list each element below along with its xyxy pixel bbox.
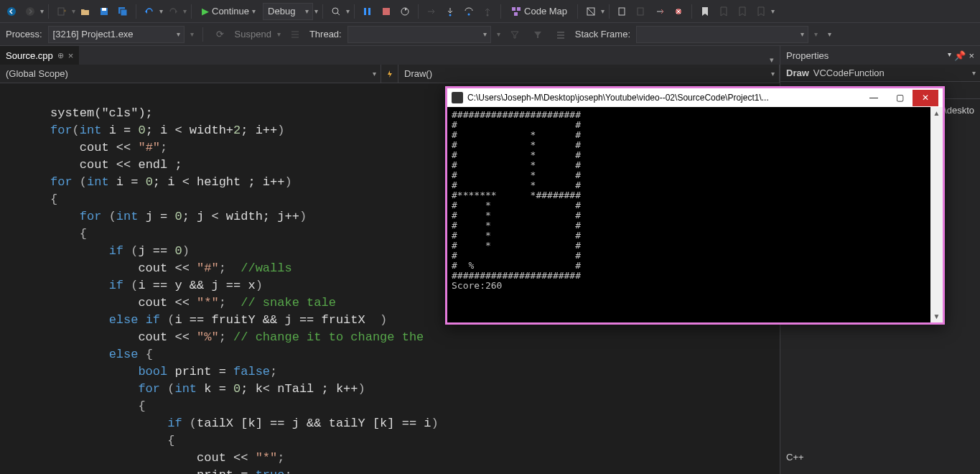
thread-label: Thread: [309, 29, 342, 40]
scroll-down-icon[interactable]: ▼ [930, 310, 943, 322]
find-button[interactable] [327, 3, 345, 20]
tool-button-b[interactable] [614, 3, 631, 20]
console-titlebar[interactable]: C:\Users\Joseph-M\Desktop\joseph\Youtube… [447, 88, 943, 107]
open-file-button[interactable] [77, 3, 94, 20]
tool-button-c[interactable] [633, 3, 650, 20]
svg-point-7 [332, 8, 338, 14]
play-icon: ▶ [202, 6, 209, 17]
svg-point-12 [449, 14, 452, 16]
scope-left-dropdown[interactable]: (Global Scope) [0, 65, 381, 83]
panel-close-icon[interactable]: × [969, 50, 974, 61]
suspend-label: Suspend [235, 29, 271, 40]
continue-button[interactable]: ▶ Continue ▾ [196, 3, 261, 20]
pause-button[interactable] [359, 3, 376, 20]
thread-icon [286, 26, 304, 43]
filter-icon[interactable] [506, 26, 523, 43]
panel-pin-icon[interactable]: 📌 [954, 50, 966, 61]
codemap-icon [511, 6, 521, 17]
scope-right-dropdown[interactable]: Draw() [398, 65, 780, 83]
properties-object-dropdown[interactable]: Draw VCCodeFunction ▾ [780, 65, 980, 82]
process-label: Process: [6, 29, 42, 40]
codemap-button[interactable]: Code Map [505, 3, 573, 20]
svg-point-14 [487, 14, 489, 16]
stackframe-label: Stack Frame: [575, 29, 630, 40]
process-dropdown[interactable]: [3216] Project1.exe [48, 26, 185, 43]
svg-rect-16 [517, 7, 521, 11]
svg-rect-2 [58, 8, 64, 15]
save-button[interactable] [95, 3, 113, 20]
debug-toolbar: Process: [3216] Project1.exe ▾ ⟳ Suspend… [0, 23, 980, 46]
pin-icon[interactable]: ⊕ [57, 51, 64, 60]
console-app-icon [452, 92, 463, 103]
show-next-statement-button[interactable] [423, 3, 440, 20]
svg-rect-20 [638, 8, 643, 15]
svg-rect-8 [364, 8, 366, 15]
nav-forward-button[interactable] [22, 3, 39, 20]
svg-rect-6 [121, 9, 127, 16]
continue-label: Continue [212, 6, 249, 17]
tab-bar: Source.cpp ⊕ × ▾ [0, 46, 780, 65]
svg-point-0 [7, 7, 16, 16]
svg-rect-10 [383, 8, 390, 15]
console-output: ####################### # # # * # # * # … [447, 107, 930, 322]
scope-bar: (Global Scope) Draw() [0, 65, 780, 83]
console-scrollbar[interactable]: ▲ ▼ [930, 107, 943, 322]
tool-button-d[interactable] [651, 3, 668, 20]
bookmark-next-button[interactable] [734, 3, 751, 20]
stack-icon [552, 26, 569, 43]
filter-threads-icon[interactable] [529, 26, 546, 43]
svg-rect-23 [557, 34, 564, 36]
tab-dropdown-icon[interactable]: ▾ [764, 55, 780, 65]
nav-back-button[interactable] [3, 3, 20, 20]
svg-rect-15 [512, 7, 515, 11]
close-icon[interactable]: × [68, 50, 74, 61]
main-toolbar: ▾ ▾ ▾ ▾ ▶ Continue ▾ Debug ▾ ▾ Code Map … [0, 0, 980, 23]
svg-rect-24 [557, 37, 564, 39]
scope-bolt-icon[interactable] [381, 65, 398, 83]
panel-dropdown-icon[interactable]: ▾ [948, 50, 951, 61]
minimize-button[interactable]: — [861, 90, 887, 106]
svg-rect-4 [102, 8, 106, 11]
bookmark-clear-button[interactable] [752, 3, 770, 20]
step-over-button[interactable] [460, 3, 477, 20]
tool-button-a[interactable] [582, 3, 599, 20]
svg-rect-17 [514, 12, 518, 16]
svg-rect-19 [619, 8, 625, 15]
svg-rect-22 [557, 32, 564, 33]
save-all-button[interactable] [114, 3, 131, 20]
svg-point-13 [468, 13, 470, 15]
scroll-up-icon[interactable]: ▲ [930, 107, 943, 119]
restart-button[interactable] [396, 3, 414, 20]
tool-button-e[interactable] [670, 3, 687, 20]
lang-indicator: C++ [780, 449, 974, 465]
thread-dropdown[interactable] [347, 26, 491, 43]
config-dropdown[interactable]: Debug [263, 3, 313, 20]
svg-point-1 [26, 7, 34, 16]
step-into-button[interactable] [442, 3, 459, 20]
maximize-button[interactable]: ▢ [887, 90, 913, 106]
console-window[interactable]: C:\Users\Joseph-M\Desktop\joseph\Youtube… [445, 86, 945, 325]
suspend-refresh-icon[interactable]: ⟳ [212, 26, 229, 43]
step-out-button[interactable] [479, 3, 496, 20]
window-close-button[interactable]: ✕ [913, 90, 938, 106]
bookmark-button[interactable] [696, 3, 714, 20]
new-item-button[interactable] [53, 3, 70, 20]
svg-rect-9 [368, 8, 370, 15]
redo-button[interactable] [164, 3, 182, 20]
stackframe-dropdown[interactable] [636, 26, 808, 43]
undo-button[interactable] [141, 3, 158, 20]
properties-title: Properties ▾ 📌 × [780, 46, 980, 65]
console-title: C:\Users\Joseph-M\Desktop\joseph\Youtube… [467, 93, 861, 103]
tab-source[interactable]: Source.cpp ⊕ × [0, 46, 79, 65]
stop-button[interactable] [378, 3, 395, 20]
bookmark-prev-button[interactable] [715, 3, 732, 20]
